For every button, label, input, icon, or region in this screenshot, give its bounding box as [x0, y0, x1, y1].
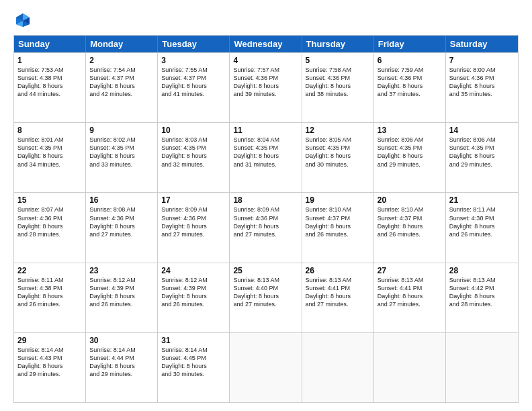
header-day-tuesday: Tuesday — [158, 36, 230, 52]
day-cell-15: 15Sunrise: 8:07 AMSunset: 4:36 PMDayligh… — [14, 193, 86, 262]
day-info: Sunrise: 8:10 AMSunset: 4:37 PMDaylight:… — [306, 205, 370, 238]
day-number: 24 — [161, 266, 226, 275]
page: SundayMondayTuesdayWednesdayThursdayFrid… — [0, 0, 532, 411]
day-cell-1: 1Sunrise: 7:53 AMSunset: 4:38 PMDaylight… — [14, 53, 86, 122]
day-number: 27 — [378, 266, 442, 275]
day-number: 19 — [306, 195, 370, 205]
day-info: Sunrise: 8:06 AMSunset: 4:35 PMDaylight:… — [378, 136, 442, 169]
day-cell-11: 11Sunrise: 8:04 AMSunset: 4:35 PMDayligh… — [230, 123, 302, 192]
day-cell-12: 12Sunrise: 8:05 AMSunset: 4:35 PMDayligh… — [302, 123, 374, 192]
day-info: Sunrise: 8:03 AMSunset: 4:35 PMDaylight:… — [161, 136, 226, 169]
day-number: 2 — [89, 56, 154, 65]
day-info: Sunrise: 8:02 AMSunset: 4:35 PMDaylight:… — [89, 136, 154, 169]
day-number: 30 — [89, 336, 154, 345]
day-cell-13: 13Sunrise: 8:06 AMSunset: 4:35 PMDayligh… — [374, 123, 446, 192]
day-number: 17 — [161, 195, 226, 205]
day-cell-3: 3Sunrise: 7:55 AMSunset: 4:37 PMDaylight… — [158, 53, 230, 122]
day-cell-14: 14Sunrise: 8:06 AMSunset: 4:35 PMDayligh… — [446, 123, 518, 192]
logo — [13, 11, 35, 30]
day-info: Sunrise: 8:12 AMSunset: 4:39 PMDaylight:… — [161, 276, 226, 309]
day-cell-5: 5Sunrise: 7:58 AMSunset: 4:36 PMDaylight… — [302, 53, 374, 122]
calendar-row-0: 1Sunrise: 7:53 AMSunset: 4:38 PMDaylight… — [14, 52, 518, 122]
day-info: Sunrise: 7:55 AMSunset: 4:37 PMDaylight:… — [161, 66, 226, 99]
empty-cell — [374, 333, 446, 402]
day-number: 4 — [233, 56, 298, 65]
day-cell-22: 22Sunrise: 8:11 AMSunset: 4:38 PMDayligh… — [14, 263, 86, 332]
day-number: 3 — [161, 56, 226, 65]
calendar-row-2: 15Sunrise: 8:07 AMSunset: 4:36 PMDayligh… — [14, 192, 518, 262]
day-number: 29 — [17, 336, 82, 345]
day-cell-19: 19Sunrise: 8:10 AMSunset: 4:37 PMDayligh… — [302, 193, 374, 262]
day-cell-16: 16Sunrise: 8:08 AMSunset: 4:36 PMDayligh… — [86, 193, 158, 262]
day-info: Sunrise: 8:13 AMSunset: 4:40 PMDaylight:… — [233, 276, 298, 309]
day-number: 25 — [233, 266, 298, 275]
calendar: SundayMondayTuesdayWednesdayThursdayFrid… — [13, 35, 519, 403]
calendar-row-1: 8Sunrise: 8:01 AMSunset: 4:35 PMDaylight… — [14, 122, 518, 192]
day-number: 28 — [449, 266, 515, 275]
day-info: Sunrise: 7:53 AMSunset: 4:38 PMDaylight:… — [17, 66, 82, 99]
day-cell-29: 29Sunrise: 8:14 AMSunset: 4:43 PMDayligh… — [14, 333, 86, 402]
day-cell-9: 9Sunrise: 8:02 AMSunset: 4:35 PMDaylight… — [86, 123, 158, 192]
logo-icon — [13, 11, 32, 30]
day-cell-27: 27Sunrise: 8:13 AMSunset: 4:41 PMDayligh… — [374, 263, 446, 332]
day-info: Sunrise: 8:11 AMSunset: 4:38 PMDaylight:… — [17, 276, 82, 309]
day-cell-30: 30Sunrise: 8:14 AMSunset: 4:44 PMDayligh… — [86, 333, 158, 402]
header-day-saturday: Saturday — [446, 36, 518, 52]
day-number: 18 — [233, 195, 298, 205]
day-cell-26: 26Sunrise: 8:13 AMSunset: 4:41 PMDayligh… — [302, 263, 374, 332]
day-number: 11 — [233, 126, 298, 135]
day-cell-24: 24Sunrise: 8:12 AMSunset: 4:39 PMDayligh… — [158, 263, 230, 332]
day-info: Sunrise: 8:06 AMSunset: 4:35 PMDaylight:… — [449, 136, 515, 169]
day-info: Sunrise: 8:13 AMSunset: 4:41 PMDaylight:… — [378, 276, 442, 309]
day-cell-7: 7Sunrise: 8:00 AMSunset: 4:36 PMDaylight… — [446, 53, 518, 122]
day-number: 10 — [161, 126, 226, 135]
day-number: 22 — [17, 266, 82, 275]
calendar-header: SundayMondayTuesdayWednesdayThursdayFrid… — [14, 36, 518, 52]
header-day-thursday: Thursday — [302, 36, 374, 52]
day-cell-17: 17Sunrise: 8:09 AMSunset: 4:36 PMDayligh… — [158, 193, 230, 262]
day-cell-21: 21Sunrise: 8:11 AMSunset: 4:38 PMDayligh… — [446, 193, 518, 262]
day-info: Sunrise: 8:09 AMSunset: 4:36 PMDaylight:… — [161, 205, 226, 238]
calendar-row-4: 29Sunrise: 8:14 AMSunset: 4:43 PMDayligh… — [14, 332, 518, 402]
empty-cell — [302, 333, 374, 402]
day-info: Sunrise: 8:04 AMSunset: 4:35 PMDaylight:… — [233, 136, 298, 169]
day-info: Sunrise: 7:59 AMSunset: 4:36 PMDaylight:… — [378, 66, 442, 99]
day-number: 26 — [306, 266, 370, 275]
day-info: Sunrise: 7:54 AMSunset: 4:37 PMDaylight:… — [89, 66, 154, 99]
day-cell-23: 23Sunrise: 8:12 AMSunset: 4:39 PMDayligh… — [86, 263, 158, 332]
day-cell-6: 6Sunrise: 7:59 AMSunset: 4:36 PMDaylight… — [374, 53, 446, 122]
day-info: Sunrise: 8:14 AMSunset: 4:43 PMDaylight:… — [17, 346, 82, 379]
day-info: Sunrise: 7:57 AMSunset: 4:36 PMDaylight:… — [233, 66, 298, 99]
day-number: 1 — [17, 56, 82, 65]
calendar-row-3: 22Sunrise: 8:11 AMSunset: 4:38 PMDayligh… — [14, 263, 518, 332]
day-number: 7 — [449, 56, 515, 65]
empty-cell — [446, 333, 518, 402]
day-cell-10: 10Sunrise: 8:03 AMSunset: 4:35 PMDayligh… — [158, 123, 230, 192]
day-cell-25: 25Sunrise: 8:13 AMSunset: 4:40 PMDayligh… — [230, 263, 302, 332]
day-info: Sunrise: 8:01 AMSunset: 4:35 PMDaylight:… — [17, 136, 82, 169]
day-cell-31: 31Sunrise: 8:14 AMSunset: 4:45 PMDayligh… — [158, 333, 230, 402]
calendar-body: 1Sunrise: 7:53 AMSunset: 4:38 PMDaylight… — [14, 52, 518, 402]
day-number: 13 — [378, 126, 442, 135]
day-cell-8: 8Sunrise: 8:01 AMSunset: 4:35 PMDaylight… — [14, 123, 86, 192]
header-day-wednesday: Wednesday — [230, 36, 302, 52]
day-info: Sunrise: 8:09 AMSunset: 4:36 PMDaylight:… — [233, 205, 298, 238]
day-number: 31 — [161, 336, 226, 345]
day-info: Sunrise: 8:12 AMSunset: 4:39 PMDaylight:… — [89, 276, 154, 309]
day-info: Sunrise: 8:05 AMSunset: 4:35 PMDaylight:… — [306, 136, 370, 169]
empty-cell — [230, 333, 302, 402]
day-info: Sunrise: 8:14 AMSunset: 4:45 PMDaylight:… — [161, 346, 226, 379]
day-cell-2: 2Sunrise: 7:54 AMSunset: 4:37 PMDaylight… — [86, 53, 158, 122]
day-number: 15 — [17, 195, 82, 205]
day-number: 12 — [306, 126, 370, 135]
day-cell-18: 18Sunrise: 8:09 AMSunset: 4:36 PMDayligh… — [230, 193, 302, 262]
day-info: Sunrise: 8:14 AMSunset: 4:44 PMDaylight:… — [89, 346, 154, 379]
day-info: Sunrise: 8:07 AMSunset: 4:36 PMDaylight:… — [17, 205, 82, 238]
day-info: Sunrise: 8:13 AMSunset: 4:42 PMDaylight:… — [449, 276, 515, 309]
day-cell-28: 28Sunrise: 8:13 AMSunset: 4:42 PMDayligh… — [446, 263, 518, 332]
header-day-friday: Friday — [374, 36, 446, 52]
day-number: 20 — [378, 195, 442, 205]
day-number: 21 — [449, 195, 515, 205]
day-number: 9 — [89, 126, 154, 135]
day-number: 23 — [89, 266, 154, 275]
